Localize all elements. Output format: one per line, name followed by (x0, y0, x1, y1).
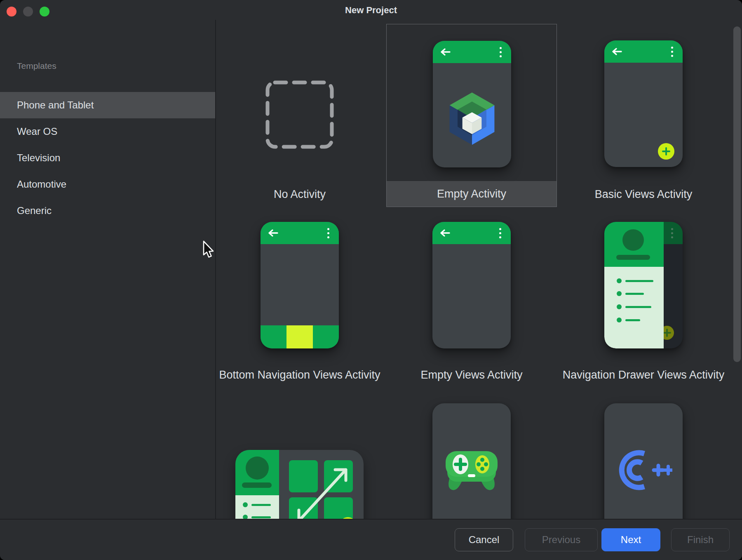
template-card-basic-views-activity[interactable]: Basic Views Activity (558, 24, 729, 207)
phone-toolbar (604, 40, 683, 63)
phone-mockup (432, 222, 511, 348)
template-card-adaptive-views[interactable] (214, 387, 385, 519)
card-label: Basic Views Activity (558, 181, 729, 207)
new-project-dialog: New Project Templates Phone and Tablet W… (0, 0, 742, 560)
dashed-placeholder-icon (265, 80, 334, 151)
kebab-menu-icon (671, 228, 674, 240)
phone-mockup (604, 222, 683, 348)
tablet-mockup (235, 450, 364, 519)
templates-sidebar: Templates Phone and Tablet Wear OS Telev… (0, 20, 215, 519)
template-card-bottom-navigation-views-activity[interactable]: Bottom Navigation Views Activity (214, 205, 385, 388)
compose-logo-icon (445, 90, 499, 148)
template-card-native-cpp[interactable] (558, 387, 729, 519)
game-controller-icon (444, 449, 499, 492)
card-label-selected: Empty Activity (387, 181, 556, 207)
back-arrow-icon (440, 229, 451, 237)
nav-drawer-icon (604, 222, 664, 348)
card-label: Bottom Navigation Views Activity (214, 343, 385, 382)
phone-toolbar (433, 41, 511, 63)
kebab-menu-icon (671, 47, 674, 59)
template-card-no-activity[interactable]: No Activity (214, 24, 385, 207)
template-card-empty-views-activity[interactable]: Empty Views Activity (386, 205, 557, 388)
back-arrow-icon (612, 47, 622, 56)
sidebar-list: Phone and Tablet Wear OS Television Auto… (0, 92, 215, 224)
kebab-menu-icon (327, 228, 330, 240)
phone-mockup (604, 403, 683, 519)
cancel-button[interactable]: Cancel (455, 528, 513, 551)
sidebar-item-automotive[interactable]: Automotive (0, 171, 215, 198)
phone-mockup (432, 403, 511, 519)
card-label: Empty Views Activity (386, 343, 557, 382)
kebab-menu-icon (500, 47, 502, 59)
sidebar-item-generic[interactable]: Generic (0, 198, 215, 224)
action-bar: Cancel Previous Next Finish (0, 520, 742, 560)
back-arrow-icon (268, 229, 279, 237)
phone-mockup (604, 40, 683, 167)
cpp-logo-icon (615, 449, 672, 491)
expand-arrow-icon (291, 462, 353, 519)
window-title: New Project (0, 5, 742, 16)
next-button[interactable]: Next (601, 528, 660, 551)
phone-toolbar (432, 222, 511, 244)
card-label: Navigation Drawer Views Activity (558, 343, 729, 382)
sidebar-item-television[interactable]: Television (0, 145, 215, 171)
kebab-menu-icon (499, 228, 502, 240)
template-grid: No Activity (214, 20, 735, 519)
finish-button[interactable]: Finish (671, 528, 730, 551)
sidebar-item-phone-and-tablet[interactable]: Phone and Tablet (0, 92, 215, 118)
fab-add-icon (658, 143, 674, 160)
avatar (622, 229, 644, 251)
phone-toolbar (261, 222, 339, 244)
sidebar-item-wear-os[interactable]: Wear OS (0, 118, 215, 145)
back-arrow-icon (440, 48, 451, 56)
previous-button[interactable]: Previous (525, 528, 598, 551)
card-label: No Activity (214, 181, 385, 207)
title-bar: New Project (0, 0, 742, 20)
template-card-empty-activity[interactable]: Empty Activity (386, 24, 557, 207)
sidebar-header: Templates (17, 61, 56, 71)
template-card-navigation-drawer-views-activity[interactable]: Navigation Drawer Views Activity (558, 205, 729, 388)
phone-mockup (433, 41, 511, 167)
template-card-game-activity[interactable] (386, 387, 557, 519)
phone-mockup (261, 222, 339, 348)
vertical-scrollbar[interactable] (733, 26, 741, 362)
avatar (246, 456, 269, 480)
